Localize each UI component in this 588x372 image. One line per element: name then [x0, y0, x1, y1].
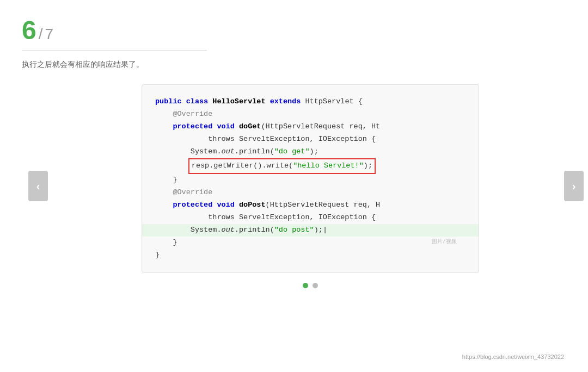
code-line-3: protected void doGet(HttpServletRequest … — [155, 121, 465, 133]
page-watermark: https://blog.csdn.net/weixin_43732022 — [462, 354, 564, 360]
code-line-11: System.out.println("do post");| — [142, 224, 479, 237]
code-line-8: @Override — [155, 187, 465, 199]
next-arrow-icon: › — [572, 180, 576, 193]
string-hello: "hello Servlet!" — [293, 162, 364, 170]
code-line-12: } — [155, 237, 465, 249]
out-italic2: out — [222, 226, 235, 234]
slide-counter: 6 / 7 — [22, 17, 566, 44]
content-area: ‹ public class HelloServlet extends Http… — [0, 79, 588, 293]
method-dopost: doPost — [239, 201, 266, 209]
keyword-protected1: protected — [173, 122, 217, 131]
code-screenshot: public class HelloServlet extends HttpSe… — [142, 84, 479, 272]
keyword-public: public — [155, 97, 186, 106]
classname-helloservlet: HelloServlet — [212, 97, 270, 106]
watermark-url: https://blog.csdn.net/weixin_43732022 — [462, 354, 564, 360]
keyword-extends: extends — [270, 97, 305, 106]
string-dopost: "do post" — [274, 226, 314, 234]
code-line-2: @Override — [155, 108, 465, 121]
counter-total: 7 — [45, 26, 53, 43]
code-line-7: } — [155, 174, 465, 187]
dot-2[interactable] — [313, 283, 318, 288]
page-container: 6 / 7 执行之后就会有相应的响应结果了。 ‹ public class He… — [0, 0, 588, 372]
top-section: 6 / 7 执行之后就会有相应的响应结果了。 — [0, 0, 588, 79]
plain-httpservlet: HttpServlet { — [305, 97, 362, 106]
prev-arrow[interactable]: ‹ — [28, 171, 48, 201]
keyword-protected2: protected — [173, 201, 217, 209]
code-line-1: public class HelloServlet extends HttpSe… — [155, 96, 465, 108]
boxed-line: resp.getWriter().write("hello Servlet!")… — [188, 158, 376, 174]
next-arrow[interactable]: › — [564, 171, 584, 201]
method-doget: doGet — [239, 122, 261, 131]
doget-params: (HttpServletRequest req, Ht — [261, 122, 380, 131]
code-line-5: System.out.println("do get"); — [155, 146, 465, 158]
description-text: 执行之后就会有相应的响应结果了。 — [22, 58, 566, 70]
keyword-void1: void — [217, 122, 239, 131]
out-italic1: out — [222, 147, 235, 156]
string-doget: "do get" — [274, 147, 310, 156]
code-line-6: resp.getWriter().write("hello Servlet!")… — [155, 158, 465, 174]
code-line-13: } — [155, 249, 465, 262]
code-line-4: throws ServeltException, IOException { — [155, 133, 465, 146]
keyword-class: class — [186, 97, 213, 106]
dot-indicators — [142, 283, 479, 288]
code-line-9: protected void doPost(HttpServletRequest… — [155, 199, 465, 212]
dopost-params: (HttpServletRequest req, H — [266, 201, 381, 209]
inner-watermark: 图片/视频 — [432, 237, 457, 246]
divider-line — [22, 50, 207, 51]
watermark-text: 图片/视频 — [432, 239, 457, 245]
dot-1[interactable] — [303, 283, 308, 288]
code-line-10: throws ServeltException, IOException { — [155, 212, 465, 224]
counter-current: 6 — [22, 17, 36, 44]
counter-divider: / — [39, 26, 43, 43]
prev-arrow-icon: ‹ — [36, 180, 40, 193]
image-wrapper: public class HelloServlet extends HttpSe… — [142, 84, 479, 288]
keyword-void2: void — [217, 201, 239, 209]
